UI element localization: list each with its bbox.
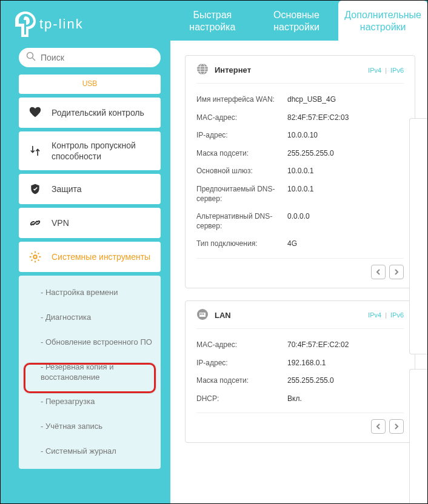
kv-val: dhcp_USB_4G [287,95,336,105]
panel-lan: LAN IPv4 | IPv6 MAC-адрес:70:4F:57:EF:C2… [185,300,415,443]
submenu-item-account[interactable]: - Учётная запись [19,414,161,439]
tab-advanced-settings[interactable]: Дополнительные настройки [338,1,427,41]
bandwidth-icon [28,144,42,158]
ipv4-link[interactable]: IPv4 [368,311,381,319]
submenu-item-time[interactable]: - Настройка времени [19,280,161,305]
svg-rect-11 [202,313,203,315]
menu-item-usb[interactable]: USB [19,75,161,94]
menu-item-vpn[interactable]: VPN [19,208,161,238]
sidebar: tp-link USB Родительский контроль Контро… [1,1,170,503]
submenu-item-firmware[interactable]: - Обновление встроенного ПО [19,330,161,355]
search-icon [26,51,36,64]
submenu-item-diagnostics[interactable]: - Диагностика [19,305,161,330]
menu-item-parental[interactable]: Родительский контроль [19,98,161,128]
menu-item-bandwidth[interactable]: Контроль пропускной способности [19,131,161,170]
main: Быстрая настройка Основные настройки Доп… [170,1,427,503]
tab-quick-setup[interactable]: Быстрая настройка [170,1,255,41]
search-input[interactable] [41,53,153,62]
svg-rect-12 [203,313,204,315]
submenu-item-syslog[interactable]: - Системный журнал [19,439,161,464]
menu-item-security[interactable]: Защита [19,174,161,204]
svg-rect-10 [200,313,201,315]
svg-point-2 [33,255,37,259]
heart-icon [28,106,42,119]
ipv6-link[interactable]: IPv6 [390,67,404,74]
ipv4-link[interactable]: IPv4 [368,67,381,74]
brand-text: tp-link [39,16,84,32]
panel-clipped-right-1 [409,118,427,354]
vpn-icon [28,216,42,230]
tabs: Быстрая настройка Основные настройки Доп… [170,1,427,41]
tab-basic-settings[interactable]: Основные настройки [255,1,339,41]
globe-icon [196,63,209,77]
prev-button[interactable] [371,265,386,279]
next-button[interactable] [389,419,404,434]
content: Интернет IPv4 | IPv6 Имя интерфейса WAN:… [170,41,427,455]
panel-title: LAN [215,311,231,320]
svg-line-1 [33,58,36,61]
panel-clipped-right-2 [409,369,427,503]
shield-icon [28,182,42,196]
ipv6-link[interactable]: IPv6 [390,311,404,319]
svg-point-0 [27,53,33,59]
submenu-item-reboot[interactable]: - Перезагрузка [19,390,161,414]
lan-icon [196,308,209,322]
panel-title: Интернет [215,65,251,75]
logo: tp-link [1,1,170,43]
submenu-system-tools: - Настройка времени - Диагностика - Обно… [19,276,161,469]
panel-internet: Интернет IPv4 | IPv6 Имя интерфейса WAN:… [185,55,415,288]
submenu-item-backup-restore[interactable]: - Резервная копия и восстановление [19,355,161,390]
gear-icon [28,250,42,264]
tp-link-logo-icon [15,12,36,37]
menu: USB Родительский контроль Контроль пропу… [1,75,170,472]
kv-key: Имя интерфейса WAN: [196,95,287,105]
prev-button[interactable] [371,419,386,434]
next-button[interactable] [389,265,404,279]
search-box[interactable] [19,48,161,67]
menu-item-system-tools[interactable]: Системные инструменты [19,242,161,272]
